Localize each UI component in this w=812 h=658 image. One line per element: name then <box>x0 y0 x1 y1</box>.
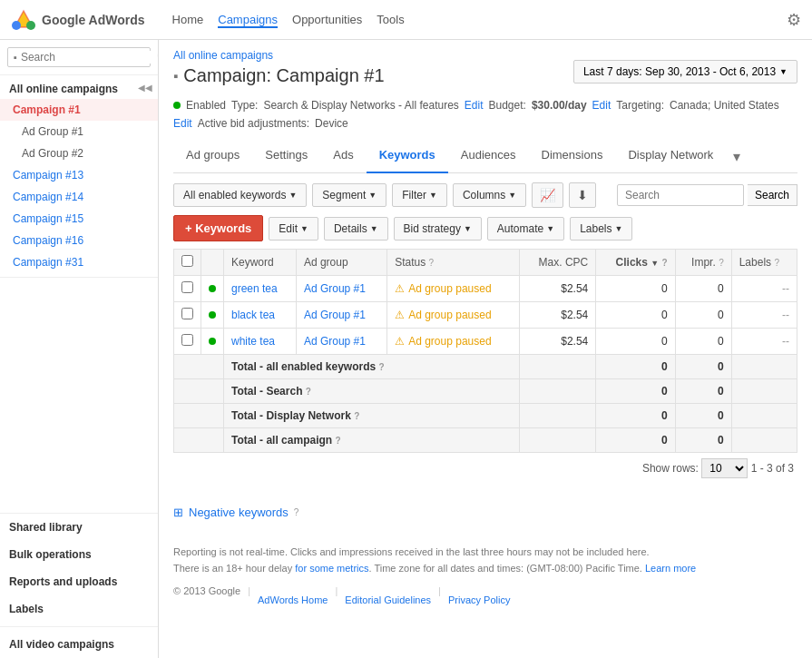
nav-tools[interactable]: Tools <box>377 11 404 28</box>
sidebar-collapse-btn[interactable]: ◀◀ <box>138 83 158 93</box>
sidebar-all-video[interactable]: All video campaigns <box>0 631 158 658</box>
row2-status: ⚠ Ad group paused <box>395 309 512 321</box>
keywords-filter-btn[interactable]: All enabled keywords ▼ <box>173 183 307 207</box>
tab-audiences[interactable]: Audiences <box>448 141 529 173</box>
select-all-checkbox[interactable] <box>181 255 193 267</box>
show-rows-select[interactable]: 10 25 50 100 <box>701 458 748 478</box>
budget-edit-link[interactable]: Edit <box>592 99 611 112</box>
type-edit-link[interactable]: Edit <box>465 99 484 112</box>
details-btn[interactable]: Details ▼ <box>324 217 388 241</box>
download-icon-btn[interactable]: ⬇ <box>569 182 596 208</box>
labels-btn[interactable]: Labels ▼ <box>570 217 632 241</box>
row3-checkbox[interactable] <box>181 334 193 346</box>
search-button[interactable]: Search <box>748 184 797 206</box>
search-keywords-input[interactable] <box>617 184 744 206</box>
filter-label: Filter <box>402 189 426 201</box>
row2-checkbox[interactable] <box>181 308 193 319</box>
row2-ad-group[interactable]: Ad Group #1 <box>304 309 366 321</box>
date-range-label: Last 7 days: Sep 30, 2013 - Oct 6, 2013 <box>583 65 776 78</box>
total-search-clicks: 0 <box>596 379 675 404</box>
row2-clicks: 0 <box>596 302 675 329</box>
impr-help-icon[interactable]: ? <box>719 258 724 268</box>
row2-keyword[interactable]: black tea <box>231 309 275 321</box>
col-keyword: Keyword <box>224 250 297 276</box>
nav-campaigns[interactable]: Campaigns <box>218 11 278 28</box>
total-all-enabled-help[interactable]: ? <box>379 362 385 372</box>
title-row: All online campaigns ▪ Campaign: Campaig… <box>173 49 797 93</box>
tab-bar: Ad groups Settings Ads Keywords Audience… <box>173 141 797 173</box>
sidebar-item-adgroup2[interactable]: Ad Group #2 <box>0 142 158 164</box>
total-all-campaign-help[interactable]: ? <box>335 436 340 446</box>
bid-strategy-btn[interactable]: Bid strategy ▼ <box>394 217 482 241</box>
footer-privacy-policy[interactable]: Privacy Policy <box>448 594 510 605</box>
tab-dimensions[interactable]: Dimensions <box>529 141 616 173</box>
total-row-search: Total - Search ? 0 0 <box>174 379 797 404</box>
negative-keywords-section: ⊞ Negative keywords ? <box>173 498 797 526</box>
breadcrumb[interactable]: All online campaigns <box>173 49 385 62</box>
sidebar-labels[interactable]: Labels <box>0 595 158 623</box>
sidebar-search-box[interactable]: ▪ 🔍 <box>7 47 151 67</box>
add-keywords-label: + Keywords <box>185 221 251 235</box>
tab-ads[interactable]: Ads <box>320 141 366 173</box>
col-impr: Impr. ? <box>675 250 731 276</box>
neg-keywords-help[interactable]: ? <box>294 507 299 517</box>
sidebar-item-campaign31[interactable]: Campaign #31 <box>0 251 158 273</box>
row3-keyword[interactable]: white tea <box>231 335 275 348</box>
col-max-cpc: Max. CPC <box>519 250 596 276</box>
segment-btn[interactable]: Segment ▼ <box>312 183 386 207</box>
sidebar-item-campaign1[interactable]: Campaign #1 <box>0 99 158 121</box>
tab-ad-groups[interactable]: Ad groups <box>173 141 252 173</box>
sidebar-shared-library[interactable]: Shared library <box>0 514 158 541</box>
tab-display-network[interactable]: Display Network <box>615 141 726 173</box>
settings-icon[interactable]: ⚙ <box>787 10 801 30</box>
sidebar-bulk-operations[interactable]: Bulk operations <box>0 541 158 568</box>
total-display-help[interactable]: ? <box>354 411 359 421</box>
expand-icon: ⊞ <box>173 506 183 519</box>
automate-label: Automate <box>497 222 543 235</box>
status-help-icon[interactable]: ? <box>429 258 435 268</box>
negative-keywords-header[interactable]: ⊞ Negative keywords ? <box>173 506 797 519</box>
sidebar-reports-uploads[interactable]: Reports and uploads <box>0 568 158 595</box>
total-display-clicks: 0 <box>596 404 675 428</box>
labels-help-icon[interactable]: ? <box>774 258 779 268</box>
automate-btn[interactable]: Automate ▼ <box>487 217 564 241</box>
tab-settings[interactable]: Settings <box>252 141 320 173</box>
negative-keywords-label: Negative keywords <box>189 506 289 519</box>
sidebar-item-campaign16[interactable]: Campaign #16 <box>0 230 158 251</box>
tab-keywords[interactable]: Keywords <box>367 141 448 173</box>
total-search-help[interactable]: ? <box>306 387 311 397</box>
footer-adwords-home[interactable]: AdWords Home <box>258 594 328 605</box>
some-metrics-link[interactable]: for some metrics <box>295 563 368 574</box>
learn-more-link[interactable]: Learn more <box>645 563 696 574</box>
total-row-display: Total - Display Network ? 0 0 <box>174 404 797 428</box>
row1-checkbox[interactable] <box>181 281 193 293</box>
columns-btn[interactable]: Columns ▼ <box>453 183 526 207</box>
sidebar-item-adgroup1[interactable]: Ad Group #1 <box>0 121 158 142</box>
nav-home[interactable]: Home <box>172 11 204 28</box>
tab-more[interactable]: ▾ <box>726 141 748 172</box>
footer-editorial-guidelines[interactable]: Editorial Guidelines <box>345 594 431 605</box>
clicks-help-icon[interactable]: ? <box>662 258 668 268</box>
targeting-edit-link[interactable]: Edit <box>173 117 192 130</box>
row1-keyword[interactable]: green tea <box>231 282 278 295</box>
chart-icon-btn[interactable]: 📈 <box>532 182 563 208</box>
search-input[interactable] <box>21 51 157 64</box>
sidebar-item-campaign13[interactable]: Campaign #13 <box>0 164 158 186</box>
sidebar-item-campaign14[interactable]: Campaign #14 <box>0 186 158 208</box>
row1-ad-group[interactable]: Ad Group #1 <box>304 282 366 295</box>
edit-btn[interactable]: Edit ▼ <box>269 217 318 241</box>
nav-opportunities[interactable]: Opportunities <box>292 11 362 28</box>
sidebar-item-campaign15[interactable]: Campaign #15 <box>0 208 158 230</box>
add-keywords-button[interactable]: + Keywords <box>173 215 263 241</box>
date-range-button[interactable]: Last 7 days: Sep 30, 2013 - Oct 6, 2013 … <box>573 60 797 83</box>
filter-btn[interactable]: Filter ▼ <box>392 183 447 207</box>
row1-max-cpc: $2.54 <box>519 276 596 302</box>
sidebar-bottom: Shared library Bulk operations Reports a… <box>0 513 158 658</box>
edit-label: Edit <box>279 222 298 235</box>
row3-ad-group[interactable]: Ad Group #1 <box>304 335 366 348</box>
total-all-campaign-clicks: 0 <box>596 428 675 453</box>
row1-status-icon: ⚠ <box>395 282 405 295</box>
main-nav: Home Campaigns Opportunities Tools <box>172 11 405 28</box>
budget-label: Budget: <box>489 99 526 112</box>
edit-arrow: ▼ <box>300 224 308 233</box>
